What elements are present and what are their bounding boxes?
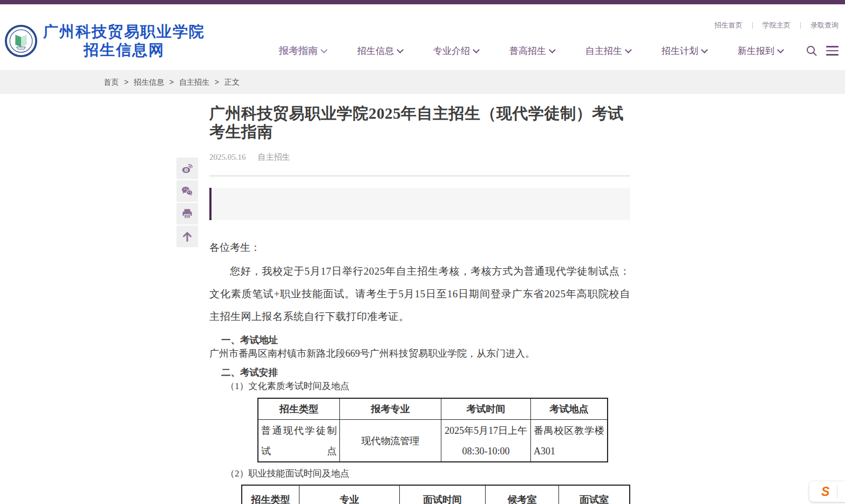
- breadcrumb-current: 正文: [224, 78, 240, 86]
- table-row: 普通现代学徒制试点 现代物流管理 2025年5月17日上午08:30-10:00…: [258, 420, 608, 462]
- chevron-down-icon: [777, 46, 784, 53]
- col-header: 报考专业: [340, 398, 441, 420]
- cell-admission-type: 普通现代学徒制试点: [258, 420, 340, 462]
- page-title: 广州科技贸易职业学院2025年自主招生（现代学徒制）考试考生指南: [209, 104, 630, 141]
- chevron-down-icon: [321, 46, 328, 53]
- interview-table: 招生类型 专业 面试时间 候考室 面试室 普通现代学 2025年5月17日 番禺…: [241, 485, 630, 504]
- share-weibo-button[interactable]: [176, 158, 198, 179]
- breadcrumb-self-admission[interactable]: 自主招生: [179, 78, 209, 86]
- top-link-admissions-home[interactable]: 招生首页: [714, 21, 742, 30]
- nav-item-admission-info[interactable]: 招生信息: [357, 45, 403, 57]
- breadcrumb: 首页 > 招生信息 > 自主招生 > 正文: [0, 70, 845, 94]
- cell-exam-time: 2025年5月17日上午08:30-10:00: [441, 420, 531, 462]
- table-header-row: 招生类型 专业 面试时间 候考室 面试室: [242, 485, 630, 504]
- col-header: 面试室: [559, 485, 630, 504]
- search-icon[interactable]: [806, 45, 817, 57]
- col-header: 专业: [299, 485, 400, 504]
- meta-divider: [209, 175, 630, 176]
- section-1-title: 一、考试地址: [221, 333, 630, 347]
- header-top-links: 招生首页 学院主页 录取查询: [714, 21, 839, 30]
- weibo-icon: [181, 162, 194, 175]
- college-seal-logo: [4, 24, 38, 58]
- site-header: 广州科技贸易职业学院 招生信息网 招生首页 学院主页 录取查询 报考指南 招生信…: [0, 4, 845, 70]
- breadcrumb-separator: >: [124, 78, 128, 86]
- article-paragraph: 您好，我校定于5月17日举行2025年自主招生考核，考核方式为普通现代学徒制试点…: [209, 260, 630, 328]
- col-header: 考试时间: [441, 398, 531, 420]
- sogou-ime-icon: S: [821, 485, 829, 499]
- article: 广州科技贸易职业学院2025年自主招生（现代学徒制）考试考生指南 2025.05…: [209, 104, 630, 504]
- ime-indicator[interactable]: S: [809, 481, 845, 502]
- nav-item-self-admission[interactable]: 自主招生: [585, 45, 631, 57]
- section-2-title: 二、考试安排: [221, 366, 630, 379]
- cell-exam-location: 番禺校区教学楼A301: [531, 420, 608, 462]
- subsection-2-title: （2）职业技能面试时间及地点: [226, 467, 630, 481]
- top-link-college-home[interactable]: 学院主页: [762, 21, 791, 30]
- col-header: 招生类型: [242, 485, 299, 504]
- site-title: 广州科技贸易职业学院 招生信息网: [43, 23, 205, 59]
- breadcrumb-separator: >: [215, 78, 219, 86]
- article-date: 2025.05.16: [209, 153, 246, 162]
- site-title-line2: 招生信息网: [43, 41, 205, 59]
- breadcrumb-home[interactable]: 首页: [104, 78, 119, 86]
- top-link-admission-query[interactable]: 录取查询: [810, 21, 839, 30]
- nav-item-exam-guide[interactable]: 报考指南: [279, 44, 326, 57]
- main-navigation: 报考指南 招生信息 专业介绍 普高招生 自主招生 招生计划 新生报到: [279, 44, 839, 57]
- col-header: 考试地点: [531, 398, 608, 420]
- written-exam-table: 招生类型 报考专业 考试时间 考试地点 普通现代学徒制试点 现代物流管理 202…: [257, 398, 608, 462]
- printer-icon: [181, 207, 194, 220]
- back-to-top-icon: [181, 230, 194, 243]
- nav-item-major-intro[interactable]: 专业介绍: [433, 45, 479, 57]
- chevron-down-icon: [625, 46, 632, 53]
- article-meta: 2025.05.16 自主招生: [209, 152, 630, 162]
- share-wechat-button[interactable]: [176, 180, 198, 202]
- site-logo-block[interactable]: 广州科技贸易职业学院 招生信息网: [4, 23, 205, 59]
- col-header: 招生类型: [258, 398, 340, 420]
- page-content: 广州科技贸易职业学院2025年自主招生（现代学徒制）考试考生指南 2025.05…: [0, 94, 845, 504]
- col-header: 面试时间: [400, 485, 486, 504]
- chevron-down-icon: [549, 46, 556, 53]
- subsection-1-title: （1）文化素质考试时间及地点: [226, 379, 630, 393]
- chevron-down-icon: [701, 46, 708, 53]
- wechat-icon: [181, 185, 194, 197]
- share-toolbar: [176, 158, 198, 248]
- chevron-down-icon: [473, 46, 480, 53]
- table-header-row: 招生类型 报考专业 考试时间 考试地点: [258, 398, 608, 420]
- breadcrumb-separator: >: [169, 78, 174, 86]
- article-greeting: 各位考生：: [209, 241, 630, 254]
- nav-item-admission-plan[interactable]: 招生计划: [662, 45, 707, 57]
- section-1-body: 广州市番禺区南村镇市新路北段669号广州科技贸易职业学院，从东门进入。: [209, 347, 630, 360]
- top-links-divider: [800, 22, 801, 29]
- col-header: 候考室: [486, 485, 559, 504]
- article-category: 自主招生: [258, 152, 290, 162]
- print-button[interactable]: [176, 203, 198, 224]
- hamburger-menu-icon[interactable]: [826, 44, 839, 57]
- top-links-divider: [752, 22, 753, 29]
- back-to-top-button[interactable]: [176, 226, 198, 247]
- nav-item-freshman-registration[interactable]: 新生报到: [738, 45, 783, 57]
- cell-major: 现代物流管理: [340, 420, 441, 462]
- site-title-line1: 广州科技贸易职业学院: [43, 23, 205, 41]
- article-abstract-box: [209, 188, 630, 220]
- top-accent-bar: [0, 0, 845, 4]
- ime-divider: [837, 486, 837, 498]
- breadcrumb-admission-info[interactable]: 招生信息: [134, 78, 164, 86]
- nav-item-gaokao-admission[interactable]: 普高招生: [509, 45, 555, 57]
- chevron-down-icon: [397, 46, 404, 53]
